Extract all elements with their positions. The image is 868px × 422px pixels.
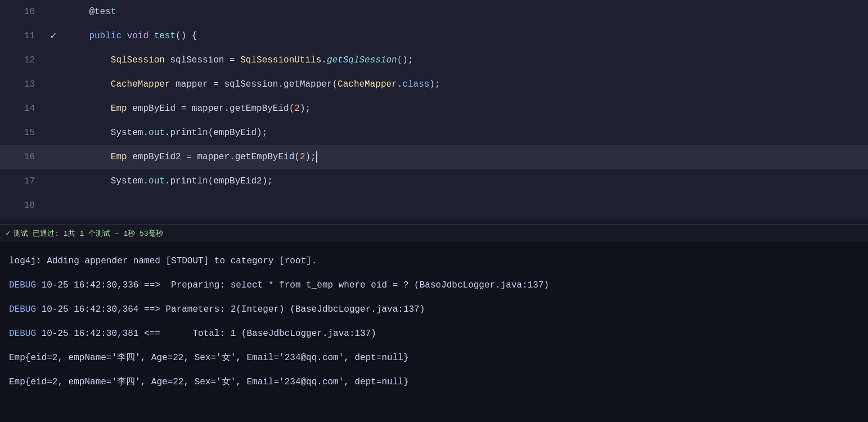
code-line: 15 System.out.println(empByEid); <box>0 121 868 145</box>
console-line: Emp{eid=2, empName='李四', Age=22, Sex='女'… <box>9 345 859 370</box>
line-content: Emp empByEid2 = mapper.getEmpByEid(2); <box>62 145 868 169</box>
line-content: public void test() { <box>62 24 868 48</box>
line-number: 12 <box>0 48 45 73</box>
line-number: 18 <box>0 194 45 218</box>
line-content: Emp empByEid = mapper.getEmpByEid(2); <box>62 97 868 121</box>
code-line: 17 System.out.println(empByEid2); <box>0 169 868 194</box>
line-number: 17 <box>0 169 45 194</box>
line-number: 16 <box>0 145 45 169</box>
code-line: 18 <box>0 194 868 218</box>
console-line: Emp{eid=2, empName='李四', Age=22, Sex='女'… <box>9 370 859 394</box>
divider <box>0 219 868 224</box>
line-content: CacheMapper mapper = sqlSession.getMappe… <box>62 73 868 97</box>
line-number: 13 <box>0 73 45 97</box>
code-editor: 10 @test11✓ public void test() {12 SqlSe… <box>0 0 868 219</box>
console-output: log4j: Adding appender named [STDOUT] to… <box>0 242 868 422</box>
console-line: DEBUG 10-25 16:42:30,336 ==> Preparing: … <box>9 273 859 297</box>
code-line: 12 SqlSession sqlSession = SqlSessionUti… <box>0 48 868 73</box>
status-check-icon: ✓ <box>6 228 10 238</box>
line-number: 11 <box>0 24 45 48</box>
line-number: 15 <box>0 121 45 145</box>
line-content: System.out.println(empByEid2); <box>62 169 868 194</box>
console-line: log4j: Adding appender named [STDOUT] to… <box>9 249 859 273</box>
status-text: 测试 已通过: 1共 1 个测试 – 1秒 53毫秒 <box>14 228 163 239</box>
line-content: System.out.println(empByEid); <box>62 121 868 145</box>
test-status-bar: ✓ 测试 已通过: 1共 1 个测试 – 1秒 53毫秒 <box>0 224 868 242</box>
code-line: 16 Emp empByEid2 = mapper.getEmpByEid(2)… <box>0 145 868 169</box>
code-line: 11✓ public void test() { <box>0 24 868 48</box>
line-gutter: ✓ <box>45 24 62 48</box>
line-content: SqlSession sqlSession = SqlSessionUtils.… <box>62 48 868 73</box>
line-number: 10 <box>0 0 45 24</box>
code-line: 10 @test <box>0 0 868 24</box>
code-line: 14 Emp empByEid = mapper.getEmpByEid(2); <box>0 97 868 121</box>
console-line: DEBUG 10-25 16:42:30,364 ==> Parameters:… <box>9 297 859 321</box>
line-number: 14 <box>0 97 45 121</box>
code-line: 13 CacheMapper mapper = sqlSession.getMa… <box>0 73 868 97</box>
line-content: @test <box>62 0 868 24</box>
console-line: DEBUG 10-25 16:42:30,381 <== Total: 1 (B… <box>9 321 859 345</box>
